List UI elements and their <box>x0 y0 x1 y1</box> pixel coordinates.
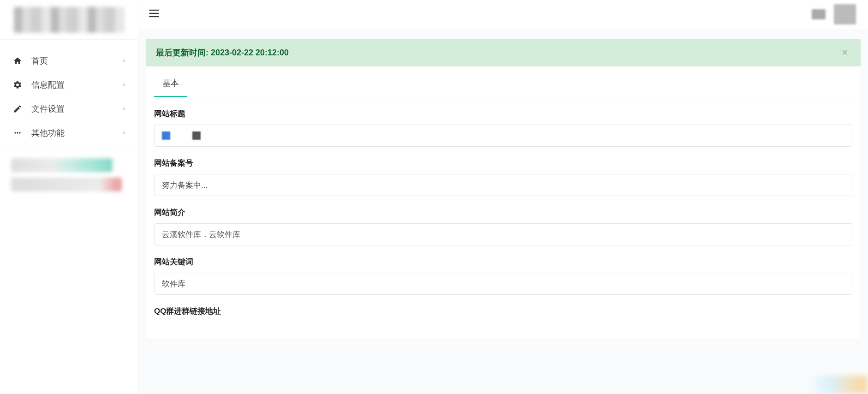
svg-point-0 <box>14 132 16 133</box>
chevron-right-icon <box>121 80 127 90</box>
sidebar-item-label: 文件设置 <box>31 103 121 114</box>
topbar <box>138 0 868 29</box>
svg-point-2 <box>19 132 20 133</box>
sidebar-item-label: 其他功能 <box>31 127 121 138</box>
form-group-qq-group: QQ群进群链接地址 <box>154 306 852 316</box>
pencil-icon <box>12 104 23 113</box>
settings-form: 网站标题 网站备案号 网站简介 <box>146 97 861 316</box>
form-group-site-title: 网站标题 <box>154 108 852 147</box>
topbar-action[interactable] <box>812 9 826 19</box>
sidebar-item-home[interactable]: 首页 <box>0 49 138 73</box>
sidebar-widget <box>11 158 113 172</box>
site-desc-label: 网站简介 <box>154 207 852 218</box>
site-record-input[interactable] <box>154 174 852 196</box>
qq-group-label: QQ群进群链接地址 <box>154 306 852 316</box>
site-keywords-input[interactable] <box>154 273 852 295</box>
site-title-label: 网站标题 <box>154 108 852 119</box>
sidebar-extra <box>0 145 138 210</box>
gear-icon <box>12 80 23 90</box>
sidebar-item-file-settings[interactable]: 文件设置 <box>0 97 138 121</box>
close-icon[interactable]: × <box>839 48 850 58</box>
settings-card: 最后更新时间: 2023-02-22 20:12:00 × 基本 网站标题 <box>146 39 861 339</box>
tab-basic[interactable]: 基本 <box>154 78 187 97</box>
dots-icon <box>12 128 23 137</box>
main: 最后更新时间: 2023-02-22 20:12:00 × 基本 网站标题 <box>138 0 868 394</box>
sidebar: 首页 信息配置 文件设置 <box>0 0 138 394</box>
logo-area <box>0 0 138 40</box>
sidebar-widget <box>11 178 122 191</box>
form-group-site-record: 网站备案号 <box>154 158 852 196</box>
content: 最后更新时间: 2023-02-22 20:12:00 × 基本 网站标题 <box>138 29 868 339</box>
chevron-right-icon <box>121 104 127 114</box>
update-alert: 最后更新时间: 2023-02-22 20:12:00 × <box>146 39 861 66</box>
obscured-content <box>192 131 201 140</box>
site-title-input[interactable] <box>154 125 852 147</box>
alert-text: 最后更新时间: 2023-02-22 20:12:00 <box>156 47 839 58</box>
chevron-right-icon <box>121 128 127 138</box>
avatar[interactable] <box>834 4 856 24</box>
svg-point-1 <box>17 132 18 133</box>
site-desc-input[interactable] <box>154 223 852 245</box>
nav: 首页 信息配置 文件设置 <box>0 40 138 145</box>
sidebar-item-other[interactable]: 其他功能 <box>0 121 138 145</box>
chevron-right-icon <box>121 56 127 66</box>
form-group-site-keywords: 网站关键词 <box>154 257 852 295</box>
site-keywords-label: 网站关键词 <box>154 257 852 267</box>
menu-toggle-button[interactable] <box>148 7 161 22</box>
sidebar-item-label: 信息配置 <box>31 79 121 90</box>
sidebar-item-label: 首页 <box>31 55 121 66</box>
home-icon <box>12 56 23 66</box>
form-group-site-desc: 网站简介 <box>154 207 852 245</box>
logo <box>14 7 125 33</box>
sidebar-item-info-config[interactable]: 信息配置 <box>0 73 138 97</box>
obscured-content <box>162 131 170 140</box>
site-record-label: 网站备案号 <box>154 158 852 168</box>
tabs: 基本 <box>146 66 861 97</box>
